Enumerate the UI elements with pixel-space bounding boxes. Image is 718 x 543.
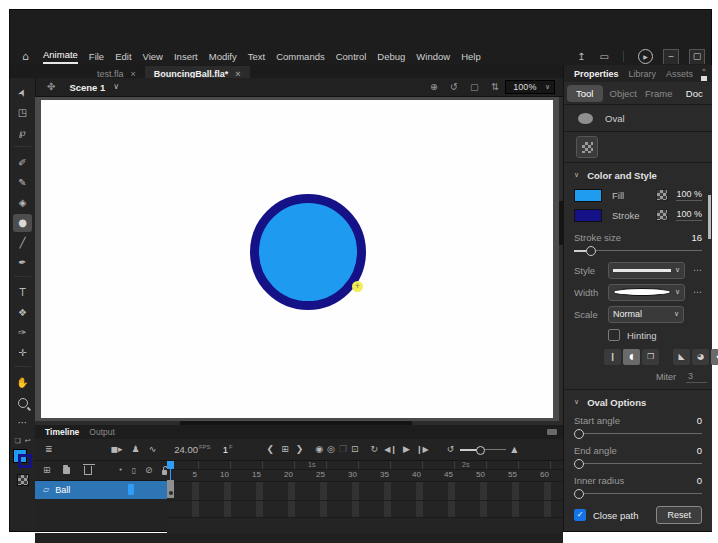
onion-outline-icon[interactable]: ◎ — [327, 445, 335, 454]
end-angle-value[interactable]: 0 — [697, 445, 702, 456]
app-brand[interactable]: Animate — [43, 49, 78, 64]
zoom-tool[interactable] — [13, 394, 32, 412]
menu-control[interactable]: Control — [336, 51, 367, 62]
join-miter-button[interactable]: ◣ — [673, 349, 690, 365]
edit-scene-icon[interactable]: ✤ — [47, 82, 55, 92]
stroke-alpha-value[interactable]: 100 % — [676, 209, 702, 221]
more-tools-button[interactable]: ⋯ — [13, 414, 32, 432]
oval-tool[interactable]: ● — [13, 214, 32, 232]
miter-value[interactable]: 3 — [686, 371, 707, 383]
ball-layer-frames[interactable] — [167, 482, 563, 501]
chevron-down-icon[interactable]: ∨ — [113, 83, 119, 91]
width-dropdown[interactable]: ∨ — [608, 284, 685, 301]
tab-library[interactable]: Library — [629, 69, 657, 79]
test-movie-button[interactable]: ▶ — [638, 49, 653, 64]
cap-round-button[interactable]: ◖ — [623, 349, 640, 365]
workspace-icon[interactable]: ▭ — [600, 52, 609, 62]
onion-skin-icon[interactable]: ◉ — [315, 445, 323, 454]
timeline-zoom-slider[interactable] — [460, 445, 506, 455]
stroke-swatch[interactable] — [574, 209, 602, 222]
join-round-button[interactable]: ◕ — [692, 349, 709, 365]
panel-menu-icon[interactable] — [547, 429, 557, 435]
fps-indicator[interactable]: 24.00FPS — [174, 444, 210, 455]
add-layer-icon[interactable]: ⊞ — [43, 466, 51, 475]
menu-help[interactable]: Help — [461, 51, 481, 62]
mode-tool[interactable]: Tool — [567, 85, 603, 102]
panel-menu-icon[interactable] — [701, 76, 707, 81]
maximize-button[interactable]: ▢ — [689, 49, 705, 64]
previous-keyframe-icon[interactable]: ❮ — [267, 445, 275, 454]
scene-name[interactable]: Scene 1 — [69, 82, 105, 93]
highlight-column-icon[interactable]: • — [118, 467, 122, 474]
eyedropper-tool[interactable]: ✑ — [13, 324, 32, 342]
close-path-checkbox[interactable]: ✓ — [574, 509, 586, 521]
current-frame-indicator[interactable]: 1F — [223, 444, 233, 455]
layer-row-ball[interactable]: ▱ Ball — [35, 481, 167, 499]
no-color-swatch-icon[interactable] — [17, 474, 29, 486]
inner-radius-value[interactable]: 0 — [697, 475, 702, 486]
selection-tool[interactable]: ➤ — [13, 84, 32, 102]
loop-range-icon[interactable]: ⊡ — [351, 445, 359, 454]
timeline-zoom-max-icon[interactable]: ▲ — [511, 446, 517, 454]
object-drawing-toggle[interactable] — [576, 136, 598, 158]
text-tool[interactable]: T — [13, 284, 32, 302]
paint-bucket-tool[interactable]: ❖ — [13, 304, 32, 322]
outline-column-icon[interactable]: ▯ — [132, 467, 136, 475]
alpha-checker-icon[interactable] — [656, 209, 668, 221]
stroke-size-value[interactable]: 16 — [691, 232, 702, 243]
menu-insert[interactable]: Insert — [174, 51, 198, 62]
frames-area[interactable]: 1s 2s 5 10 15 20 25 30 35 40 45 50 55 60 — [167, 461, 563, 533]
cap-flat-button[interactable]: ❙ — [604, 349, 621, 365]
tab-properties[interactable]: Properties — [574, 69, 619, 79]
scale-dropdown[interactable]: Normal ∨ — [608, 306, 684, 323]
stroke-color-chip[interactable] — [18, 454, 32, 468]
asset-warp-tool[interactable]: ✛ — [13, 344, 32, 362]
menu-debug[interactable]: Debug — [377, 51, 405, 62]
layer-color-chip[interactable] — [128, 484, 134, 495]
mode-object[interactable]: Object — [606, 85, 642, 102]
edit-multiple-frames-icon[interactable]: ❐ — [339, 445, 347, 454]
cap-square-button[interactable]: ❒ — [642, 349, 659, 365]
hide-column-icon[interactable]: ⊘ — [145, 466, 153, 475]
oval-options-header[interactable]: ∨ Oval Options — [564, 392, 712, 412]
reset-timeline-zoom-icon[interactable]: ↺ — [447, 445, 455, 454]
reset-button[interactable]: Reset — [656, 506, 702, 524]
end-angle-slider[interactable] — [574, 458, 702, 470]
mode-frame[interactable]: Frame — [641, 85, 677, 102]
menu-view[interactable]: View — [143, 51, 163, 62]
frame-ruler[interactable]: 5 10 15 20 25 30 35 40 45 50 55 60 — [167, 470, 563, 482]
center-stage-icon[interactable]: ⊕ — [430, 82, 438, 92]
menu-modify[interactable]: Modify — [209, 51, 237, 62]
menu-file[interactable]: File — [89, 51, 104, 62]
step-back-icon[interactable]: ◀❙ — [384, 446, 397, 454]
menu-text[interactable]: Text — [248, 51, 265, 62]
loop-icon[interactable]: ↻ — [371, 445, 379, 454]
eraser-tool[interactable]: ◈ — [13, 194, 32, 212]
line-tool[interactable]: ╱ — [13, 234, 32, 252]
style-options-button[interactable]: ⋯ — [693, 265, 702, 275]
keyframe-frame-1[interactable] — [167, 480, 174, 498]
stage-canvas[interactable]: + — [41, 100, 553, 418]
tween-graph-icon[interactable]: ∿ — [149, 445, 157, 454]
alpha-checker-icon[interactable] — [656, 189, 668, 201]
default-colors-icon[interactable]: ❏ — [14, 438, 20, 445]
layers-icon[interactable]: ≣ — [45, 445, 53, 454]
style-dropdown[interactable]: ∨ — [608, 262, 685, 279]
inner-radius-slider[interactable] — [574, 488, 702, 500]
hinting-checkbox[interactable] — [608, 329, 620, 341]
empty-frames[interactable] — [167, 501, 563, 518]
color-style-header[interactable]: ∨ Color and Style — [564, 165, 712, 185]
fluid-brush-tool[interactable]: ✐ — [13, 154, 32, 172]
start-angle-value[interactable]: 0 — [697, 415, 702, 426]
playhead[interactable] — [167, 461, 174, 469]
share-icon[interactable]: ↥ — [577, 52, 585, 62]
join-bevel-button[interactable]: ◆ — [711, 349, 718, 365]
ball-shape[interactable] — [250, 194, 366, 310]
zoom-select[interactable]: 100% ∨ — [505, 80, 555, 94]
rotation-icon[interactable]: ↺ — [450, 82, 458, 92]
swap-colors-icon[interactable]: ↩ — [25, 438, 31, 445]
zoom-stepper-icon[interactable]: ⇅ — [491, 82, 499, 92]
panel-scrollbar[interactable] — [708, 195, 711, 239]
play-icon[interactable]: ▶ — [403, 445, 410, 454]
fill-swatch[interactable] — [574, 189, 602, 202]
